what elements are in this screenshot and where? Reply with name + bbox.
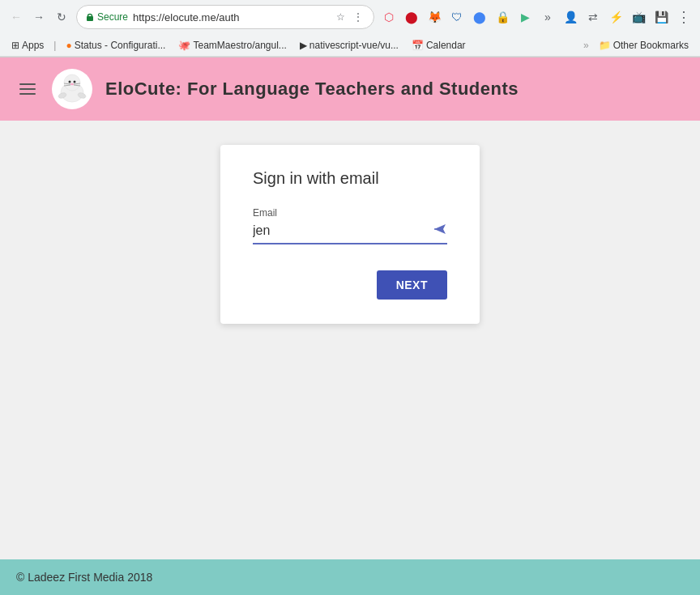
extension-icons: ⬡ ⬤ 🦊 🛡 ⬤ 🔒 ▶ » 👤 ⇄ ⚡ 📺 💾 ⋮ xyxy=(379,7,694,27)
footer-text: © Ladeez First Media 2018 xyxy=(16,571,152,584)
url-text: https://elocute.me/auth xyxy=(133,11,328,23)
browser-chrome: ← → ↻ Secure https://elocute.me/auth ☆ ⋮… xyxy=(0,0,700,57)
bookmark-calendar[interactable]: 📅 Calendar xyxy=(407,38,471,53)
sign-in-title: Sign in with email xyxy=(253,169,447,188)
bookmark-star-icon[interactable]: ☆ xyxy=(333,10,348,24)
hamburger-menu-button[interactable] xyxy=(16,80,39,98)
nav-buttons: ← → ↻ xyxy=(6,7,71,27)
svg-point-6 xyxy=(70,83,74,85)
cast-icon[interactable]: 📺 xyxy=(629,7,648,27)
email-label: Email xyxy=(253,207,447,219)
bluetooth-icon[interactable]: ⚡ xyxy=(606,7,625,27)
app-header: EloCute: For Language Teachers and Stude… xyxy=(0,57,700,121)
nativescript-label: nativescript-vue/vu... xyxy=(309,40,399,51)
apps-label: Apps xyxy=(22,40,44,51)
button-row: NEXT xyxy=(253,257,447,300)
hamburger-line-1 xyxy=(19,83,36,85)
status-favicon: ● xyxy=(66,40,71,51)
main-content: Sign in with email Email NEXT xyxy=(0,121,700,559)
github-favicon: 🐙 xyxy=(178,40,190,51)
extensions-icon[interactable]: ⋮ xyxy=(351,10,365,24)
sync-icon[interactable]: ⇄ xyxy=(583,7,603,27)
other-bookmarks[interactable]: 📁 Other Bookmarks xyxy=(594,38,694,53)
bookmark-nativescript[interactable]: ▶ nativescript-vue/vu... xyxy=(295,38,403,53)
kaspersky-icon[interactable]: 🔒 xyxy=(493,7,512,27)
calendar-label: Calendar xyxy=(426,40,466,51)
github-label: TeamMaestro/angul... xyxy=(193,40,286,51)
chrome-icon[interactable]: ⬤ xyxy=(470,7,489,27)
nativescript-favicon: ▶ xyxy=(300,40,307,51)
bookmark-status[interactable]: ● Status - Configurati... xyxy=(61,38,170,53)
email-input-row xyxy=(253,222,447,244)
calendar-favicon: 📅 xyxy=(412,40,424,51)
app-footer: © Ladeez First Media 2018 xyxy=(0,559,700,595)
svg-point-4 xyxy=(69,81,71,83)
save-icon[interactable]: 💾 xyxy=(651,7,671,27)
address-bar[interactable]: Secure https://elocute.me/auth ☆ ⋮ xyxy=(76,5,374,29)
bookmarks-right: » 📁 Other Bookmarks xyxy=(582,38,694,53)
vue-icon[interactable]: ▶ xyxy=(515,7,535,27)
other-bookmarks-label: Other Bookmarks xyxy=(613,40,689,51)
send-icon[interactable] xyxy=(433,222,447,240)
secure-icon: Secure xyxy=(85,11,128,23)
folder-icon: 📁 xyxy=(599,40,611,51)
address-icons: ☆ ⋮ xyxy=(333,10,365,24)
hamburger-line-3 xyxy=(19,93,36,95)
app-title: EloCute: For Language Teachers and Stude… xyxy=(105,79,519,100)
opera-icon[interactable]: ⬤ xyxy=(402,7,421,27)
pocket-icon[interactable]: ⬡ xyxy=(379,7,399,27)
sign-in-card: Sign in with email Email NEXT xyxy=(220,145,480,324)
bookmark-github[interactable]: 🐙 TeamMaestro/angul... xyxy=(173,38,291,53)
svg-point-3 xyxy=(64,74,80,91)
hamburger-line-2 xyxy=(19,88,36,90)
svg-rect-1 xyxy=(88,15,92,18)
menu-icon[interactable]: ⋮ xyxy=(674,7,694,27)
secure-label: Secure xyxy=(97,11,128,23)
apps-icon: ⊞ xyxy=(11,40,19,51)
bookmarks-bar: ⊞ Apps | ● Status - Configurati... 🐙 Tea… xyxy=(0,34,700,57)
forward-button[interactable]: → xyxy=(29,7,49,27)
app-logo xyxy=(52,69,92,109)
seal-logo-svg xyxy=(54,71,90,107)
email-form-group: Email xyxy=(253,207,447,244)
next-button[interactable]: NEXT xyxy=(377,270,447,300)
toolbar-expand-icon[interactable]: » xyxy=(538,7,557,27)
toolbar-expand[interactable]: » xyxy=(582,40,591,51)
bookmark-apps[interactable]: ⊞ Apps xyxy=(6,38,49,53)
reload-button[interactable]: ↻ xyxy=(52,7,71,27)
svg-point-5 xyxy=(74,81,76,83)
firefox-icon[interactable]: 🦊 xyxy=(425,7,444,27)
status-label: Status - Configurati... xyxy=(75,40,166,51)
account-icon[interactable]: 👤 xyxy=(561,7,580,27)
back-button[interactable]: ← xyxy=(6,7,26,27)
email-input[interactable] xyxy=(253,223,433,238)
browser-top-bar: ← → ↻ Secure https://elocute.me/auth ☆ ⋮… xyxy=(0,0,700,34)
shield-icon[interactable]: 🛡 xyxy=(447,7,467,27)
bookmark-divider-1: | xyxy=(52,40,58,51)
